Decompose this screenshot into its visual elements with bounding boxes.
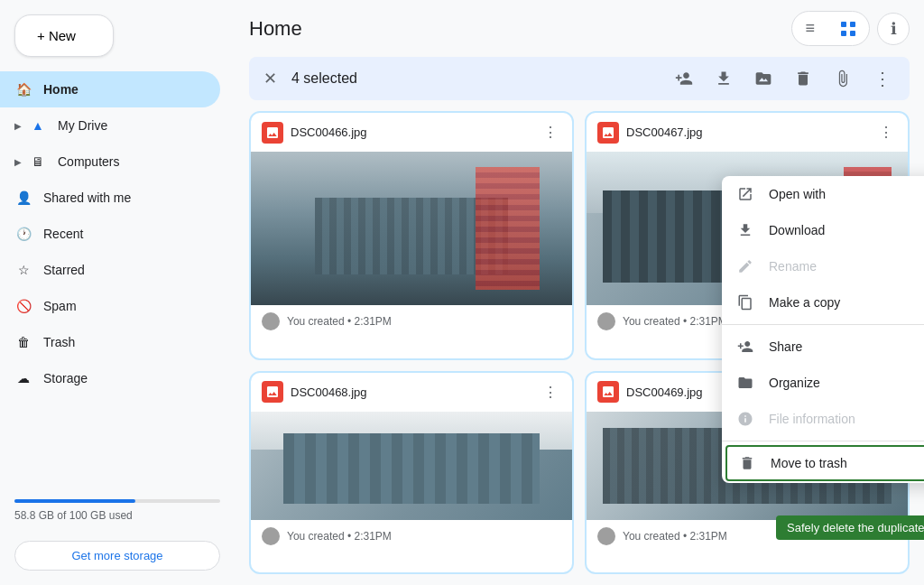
download-icon: [736, 221, 754, 239]
svg-rect-2: [841, 31, 846, 36]
context-open-with-label: Open with: [769, 187, 924, 201]
tooltip-safely-delete: Safely delete the duplicate file.: [776, 515, 924, 540]
download-button[interactable]: [711, 66, 736, 91]
spam-icon: 🚫: [14, 297, 32, 315]
svg-rect-1: [850, 22, 855, 27]
context-divider-2: [722, 441, 924, 441]
context-move-to-trash[interactable]: Move to trash: [725, 445, 924, 481]
expand-arrow-drive: ▶: [14, 121, 22, 131]
context-open-with[interactable]: Open with ▶: [722, 176, 924, 212]
copy-icon: [736, 293, 754, 311]
sidebar-item-home[interactable]: 🏠 Home: [0, 71, 220, 107]
file-type-icon-4: [597, 381, 619, 403]
expand-arrow-computers: ▶: [14, 157, 22, 167]
file-type-icon-2: [597, 122, 619, 144]
sidebar-label-starred: Starred: [43, 263, 206, 277]
header: Home ≡ ℹ: [249, 11, 910, 46]
shared-icon: 👤: [14, 189, 32, 207]
context-file-info: File information: [722, 401, 924, 437]
avatar-4: [597, 527, 615, 545]
context-organize-label: Organize: [769, 376, 924, 390]
sidebar-label-recent: Recent: [43, 227, 206, 241]
context-rename-label: Rename: [769, 259, 924, 274]
svg-rect-0: [841, 22, 846, 27]
file-thumbnail-3: [251, 412, 572, 520]
starred-icon: ☆: [14, 261, 32, 279]
file-type-icon-3: [262, 381, 283, 403]
context-download-label: Download: [769, 223, 924, 237]
file-card-3: DSC00468.jpg ⋮ You created • 2:31PM: [249, 371, 574, 575]
view-toggle: ≡: [791, 11, 870, 46]
context-rename: Rename: [722, 248, 924, 284]
storage-section: 58.8 GB of 100 GB used: [0, 481, 235, 534]
file-card-1-footer: You created • 2:31PM: [251, 305, 572, 338]
organize-icon: [736, 374, 754, 392]
file-date-4: You created • 2:31PM: [623, 530, 727, 543]
share-icon: [736, 338, 754, 356]
file-name-3: DSC00468.jpg: [291, 385, 532, 399]
sidebar-item-trash[interactable]: 🗑 Trash: [0, 324, 220, 360]
get-more-storage-button[interactable]: Get more storage: [14, 541, 220, 571]
sidebar-item-spam[interactable]: 🚫 Spam: [0, 288, 220, 324]
context-menu: Open with ▶ Download Rename Make a copy …: [722, 176, 924, 483]
add-person-button[interactable]: [671, 66, 697, 91]
context-make-copy[interactable]: Make a copy Ctrl+C Ctrl+V: [722, 284, 924, 320]
sidebar: + New 🏠 Home ▶ ▲ My Drive ▶ 🖥 Computers …: [0, 0, 235, 585]
copy-link-button[interactable]: [830, 66, 855, 91]
storage-text: 58.8 GB of 100 GB used: [14, 509, 133, 522]
open-with-icon: [736, 185, 754, 203]
sidebar-item-recent[interactable]: 🕐 Recent: [0, 216, 220, 252]
file-card-3-header: DSC00468.jpg ⋮: [251, 373, 572, 412]
info-button[interactable]: ℹ: [877, 13, 910, 45]
header-actions: ≡ ℹ: [791, 11, 910, 46]
storage-cloud-icon: ☁: [14, 369, 32, 387]
file-card-1-header: DSC00466.jpg ⋮: [251, 113, 572, 152]
trash-icon: 🗑: [14, 333, 32, 351]
move-to-folder-button[interactable]: [751, 66, 776, 91]
context-share-label: Share: [769, 339, 924, 354]
sidebar-item-my-drive[interactable]: ▶ ▲ My Drive: [0, 107, 220, 144]
sidebar-label-trash: Trash: [43, 335, 206, 349]
drive-icon: ▲: [29, 116, 47, 135]
context-make-copy-label: Make a copy: [769, 295, 924, 310]
context-move-to-trash-label: Move to trash: [771, 456, 924, 470]
new-button[interactable]: + New: [14, 14, 114, 57]
move-to-trash-icon: [738, 454, 756, 472]
file-type-icon-1: [262, 122, 283, 144]
sidebar-label-spam: Spam: [43, 299, 206, 313]
file-menu-button-2[interactable]: ⋮: [875, 120, 897, 144]
deselect-button[interactable]: ✕: [263, 69, 277, 88]
sidebar-item-storage[interactable]: ☁ Storage: [0, 360, 220, 396]
file-date-2: You created • 2:31PM: [623, 315, 727, 328]
file-date-1: You created • 2:31PM: [287, 315, 392, 328]
file-card-2-header: DSC00467.jpg ⋮: [587, 113, 908, 152]
grid-view-button[interactable]: [827, 14, 869, 44]
sidebar-label-my-drive: My Drive: [58, 118, 206, 133]
sidebar-label-shared: Shared with me: [43, 190, 206, 205]
selection-bar: ✕ 4 selected ⋮: [249, 57, 910, 100]
sidebar-label-computers: Computers: [58, 154, 206, 169]
file-menu-button-1[interactable]: ⋮: [540, 120, 561, 144]
delete-button[interactable]: [790, 66, 816, 91]
file-info-icon: [736, 410, 754, 428]
sidebar-item-computers[interactable]: ▶ 🖥 Computers: [0, 144, 220, 180]
page-title: Home: [249, 17, 302, 41]
selection-count: 4 selected: [291, 70, 657, 87]
context-download[interactable]: Download: [722, 212, 924, 248]
rename-icon: [736, 257, 754, 275]
avatar-2: [597, 312, 615, 330]
context-organize[interactable]: Organize ▶: [722, 365, 924, 401]
list-view-button[interactable]: ≡: [792, 12, 827, 45]
sidebar-item-starred[interactable]: ☆ Starred: [0, 252, 220, 288]
avatar-3: [262, 527, 280, 545]
storage-bar-fill: [14, 499, 135, 503]
more-actions-button[interactable]: ⋮: [870, 64, 895, 93]
avatar-1: [262, 312, 280, 330]
context-share[interactable]: Share ▶: [722, 329, 924, 365]
file-date-3: You created • 2:31PM: [287, 530, 392, 543]
sidebar-item-shared[interactable]: 👤 Shared with me: [0, 180, 220, 216]
file-name-1: DSC00466.jpg: [291, 125, 532, 139]
storage-bar-background: [14, 499, 220, 503]
file-name-2: DSC00467.jpg: [626, 125, 868, 139]
file-menu-button-3[interactable]: ⋮: [540, 380, 561, 404]
